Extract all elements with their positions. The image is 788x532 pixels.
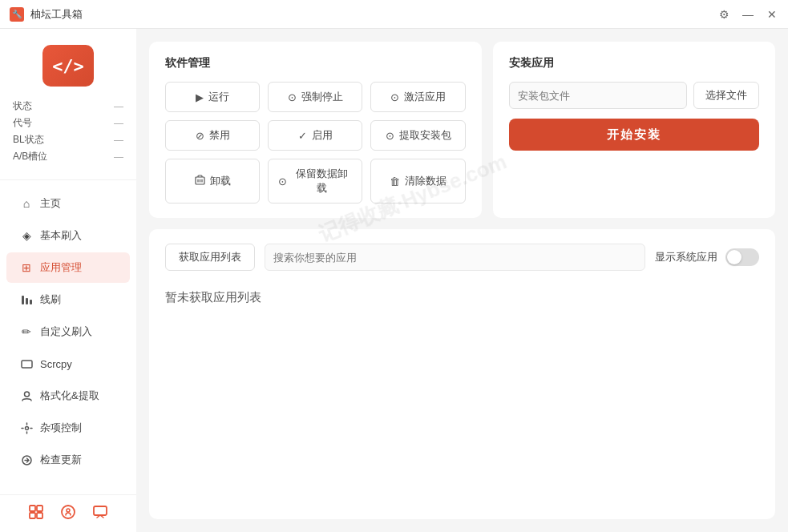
enable-button[interactable]: ✓ 启用 bbox=[268, 120, 362, 151]
svg-rect-8 bbox=[37, 506, 42, 511]
sidebar-home-label: 主页 bbox=[40, 196, 61, 211]
scrcpy-icon bbox=[19, 357, 34, 371]
sidebar-item-misc-control[interactable]: 杂项控制 bbox=[6, 413, 130, 443]
get-list-button[interactable]: 获取应用列表 bbox=[165, 244, 255, 271]
search-input[interactable] bbox=[265, 244, 645, 271]
app-list-header: 获取应用列表 显示系统应用 bbox=[165, 244, 759, 271]
app-list-card: 获取应用列表 显示系统应用 暂未获取应用列表 bbox=[149, 229, 775, 519]
svg-point-12 bbox=[67, 509, 70, 512]
sidebar-app-manage-label: 应用管理 bbox=[40, 260, 82, 275]
sidebar-misc-control-label: 杂项控制 bbox=[40, 421, 82, 435]
enable-icon: ✓ bbox=[298, 130, 307, 142]
activate-button[interactable]: ⊙ 激活应用 bbox=[370, 82, 465, 112]
titlebar-left: 🔧 柚坛工具箱 bbox=[10, 7, 83, 22]
force-stop-button[interactable]: ⊙ 强制停止 bbox=[268, 82, 362, 112]
device-slot-label: A/B槽位 bbox=[13, 150, 47, 163]
run-button[interactable]: ▶ 运行 bbox=[165, 82, 260, 112]
clear-data-button[interactable]: 🗑 清除数据 bbox=[370, 159, 465, 204]
sidebar: </> 状态 — 代号 — BL状态 — A/B槽位 — ⌂ bbox=[0, 29, 136, 532]
force-stop-icon: ⊙ bbox=[288, 91, 297, 103]
svg-rect-9 bbox=[30, 513, 35, 518]
device-info-row-status: 状态 — bbox=[13, 99, 123, 113]
force-stop-label: 强制停止 bbox=[301, 90, 343, 104]
app-manage-icon: ⊞ bbox=[19, 260, 34, 275]
sidebar-logo: </> bbox=[0, 29, 136, 99]
sidebar-line-flash-label: 线刷 bbox=[40, 292, 61, 307]
device-bl-value: — bbox=[114, 135, 123, 146]
svg-rect-3 bbox=[22, 361, 32, 368]
sidebar-format-extract-label: 格式化&提取 bbox=[40, 389, 99, 403]
system-apps-toggle[interactable] bbox=[725, 248, 759, 266]
device-status-value: — bbox=[114, 101, 123, 112]
sidebar-divider bbox=[0, 179, 136, 180]
choose-file-button[interactable]: 选择文件 bbox=[693, 82, 759, 109]
line-flash-icon bbox=[19, 292, 34, 307]
sidebar-footer bbox=[0, 494, 136, 524]
svg-rect-10 bbox=[37, 513, 42, 518]
device-info: 状态 — 代号 — BL状态 — A/B槽位 — bbox=[0, 99, 136, 176]
titlebar-controls: ⚙ — ✕ bbox=[717, 8, 778, 21]
install-card-content: 选择文件 开始安装 bbox=[509, 82, 759, 151]
custom-flash-icon: ✏ bbox=[19, 324, 34, 339]
clear-data-label: 清除数据 bbox=[405, 174, 447, 188]
titlebar: 🔧 柚坛工具箱 ⚙ — ✕ bbox=[0, 0, 788, 29]
sidebar-item-basic-flash[interactable]: ◈ 基本刷入 bbox=[6, 220, 130, 251]
sidebar-item-home[interactable]: ⌂ 主页 bbox=[6, 188, 130, 219]
minimize-button[interactable]: — bbox=[742, 8, 754, 21]
logo-box: </> bbox=[42, 45, 94, 87]
sidebar-item-custom-flash[interactable]: ✏ 自定义刷入 bbox=[6, 316, 130, 347]
svg-point-5 bbox=[25, 426, 28, 429]
toggle-area: 显示系统应用 bbox=[655, 248, 759, 266]
empty-text: 暂未获取应用列表 bbox=[165, 282, 759, 313]
titlebar-title: 柚坛工具箱 bbox=[30, 7, 83, 22]
device-codename-value: — bbox=[114, 118, 123, 129]
sidebar-item-app-manage[interactable]: ⊞ 应用管理 bbox=[6, 252, 130, 283]
install-input-field[interactable] bbox=[509, 82, 687, 109]
sidebar-scrcpy-label: Scrcpy bbox=[40, 358, 72, 370]
install-input-row: 选择文件 bbox=[509, 82, 759, 109]
sidebar-item-line-flash[interactable]: 线刷 bbox=[6, 284, 130, 315]
sidebar-basic-flash-label: 基本刷入 bbox=[40, 228, 82, 243]
device-slot-value: — bbox=[114, 151, 123, 163]
settings-button[interactable]: ⚙ bbox=[717, 8, 730, 21]
disable-label: 禁用 bbox=[209, 128, 230, 143]
top-row: 软件管理 ▶ 运行 ⊙ 强制停止 ⊙ 激活应用 bbox=[149, 42, 775, 218]
footer-icon-github[interactable] bbox=[59, 503, 77, 521]
format-extract-icon bbox=[19, 389, 34, 403]
content-area: 软件管理 ▶ 运行 ⊙ 强制停止 ⊙ 激活应用 bbox=[136, 29, 788, 532]
footer-icon-chat[interactable] bbox=[91, 503, 109, 521]
uninstall-keep-icon: ⊙ bbox=[278, 175, 287, 187]
run-label: 运行 bbox=[208, 90, 229, 104]
sidebar-item-scrcpy[interactable]: Scrcpy bbox=[6, 349, 130, 379]
app-icon-symbol: 🔧 bbox=[12, 10, 22, 18]
device-info-row-bl: BL状态 — bbox=[13, 133, 123, 147]
sidebar-nav: ⌂ 主页 ◈ 基本刷入 ⊞ 应用管理 线刷 bbox=[0, 183, 136, 494]
device-info-row-codename: 代号 — bbox=[13, 116, 123, 130]
clear-data-icon: 🗑 bbox=[390, 175, 400, 187]
disable-button[interactable]: ⊘ 禁用 bbox=[165, 120, 260, 151]
install-app-title: 安装应用 bbox=[509, 56, 759, 71]
sidebar-custom-flash-label: 自定义刷入 bbox=[40, 324, 92, 339]
basic-flash-icon: ◈ bbox=[19, 228, 34, 243]
extract-pkg-button[interactable]: ⊙ 提取安装包 bbox=[370, 120, 465, 151]
activate-icon: ⊙ bbox=[390, 91, 399, 103]
sidebar-item-update[interactable]: 检查更新 bbox=[6, 445, 130, 475]
extract-pkg-label: 提取安装包 bbox=[399, 128, 451, 143]
run-icon: ▶ bbox=[196, 91, 204, 103]
uninstall-keep-label: 保留数据卸载 bbox=[292, 167, 352, 195]
main-layout: </> 状态 — 代号 — BL状态 — A/B槽位 — ⌂ bbox=[0, 29, 788, 532]
software-buttons-grid: ▶ 运行 ⊙ 强制停止 ⊙ 激活应用 ⊘ 禁用 bbox=[165, 82, 466, 204]
start-install-button[interactable]: 开始安装 bbox=[509, 119, 759, 151]
svg-rect-13 bbox=[94, 506, 107, 515]
enable-label: 启用 bbox=[312, 128, 333, 143]
svg-point-4 bbox=[24, 392, 29, 397]
install-app-card: 安装应用 选择文件 开始安装 bbox=[493, 42, 775, 218]
extract-pkg-icon: ⊙ bbox=[386, 130, 394, 142]
footer-icon-1[interactable] bbox=[27, 503, 45, 521]
svg-rect-7 bbox=[30, 506, 35, 511]
uninstall-button[interactable]: 卸载 bbox=[165, 159, 260, 204]
close-button[interactable]: ✕ bbox=[766, 8, 778, 21]
sidebar-item-format-extract[interactable]: 格式化&提取 bbox=[6, 381, 130, 411]
device-codename-label: 代号 bbox=[13, 116, 32, 130]
uninstall-keep-button[interactable]: ⊙ 保留数据卸载 bbox=[268, 159, 362, 204]
